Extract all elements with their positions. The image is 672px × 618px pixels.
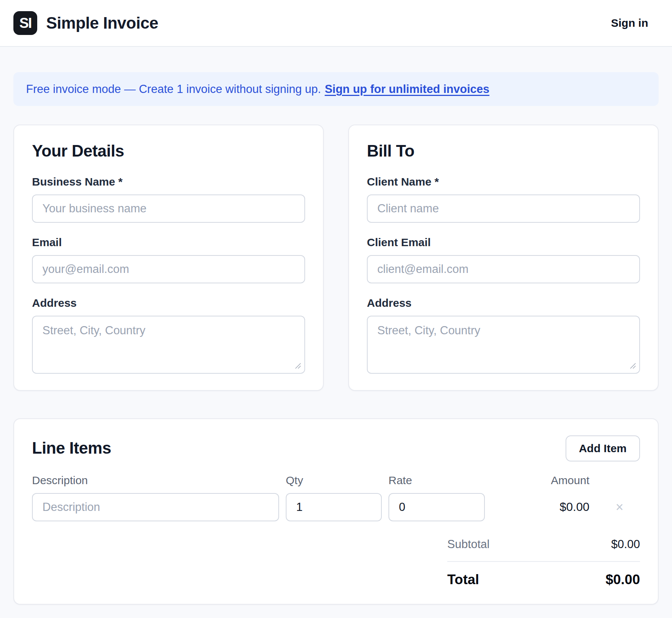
banner-message: Free invoice mode — Create 1 invoice wit…: [26, 83, 321, 96]
line-item-row: $0.00 ×: [32, 493, 640, 521]
client-name-field-group: Client Name *: [367, 176, 640, 223]
bill-to-card: Bill To Client Name * Client Email Addre…: [348, 125, 659, 391]
app-logo-icon: SI: [13, 11, 37, 35]
email-field-group: Email: [32, 236, 305, 283]
free-mode-banner: Free invoice mode — Create 1 invoice wit…: [13, 72, 659, 106]
client-name-label: Client Name *: [367, 176, 640, 188]
email-label: Email: [32, 236, 305, 249]
subtotal-row: Subtotal $0.00: [447, 538, 640, 551]
business-name-input[interactable]: [32, 194, 305, 223]
item-qty-input[interactable]: [286, 493, 382, 521]
rate-column-header: Rate: [388, 474, 485, 487]
subtotal-label: Subtotal: [447, 538, 490, 551]
add-item-button[interactable]: Add Item: [566, 435, 640, 461]
item-rate-input[interactable]: [388, 493, 485, 521]
client-email-input[interactable]: [367, 255, 640, 283]
resize-handle-icon[interactable]: [630, 363, 636, 369]
qty-column-header: Qty: [286, 474, 382, 487]
line-items-card: Line Items Add Item Description Qty Rate…: [13, 418, 659, 605]
client-email-field-group: Client Email: [367, 236, 640, 283]
total-label: Total: [447, 572, 479, 588]
total-value: $0.00: [605, 572, 640, 588]
sign-in-link[interactable]: Sign in: [611, 17, 648, 29]
line-items-title: Line Items: [32, 439, 111, 458]
sign-up-link[interactable]: Sign up for unlimited invoices: [325, 83, 490, 96]
client-address-textarea[interactable]: [367, 316, 640, 374]
brand: SI Simple Invoice: [13, 11, 158, 35]
app-header: SI Simple Invoice Sign in: [0, 0, 672, 47]
amount-column-header: Amount: [492, 474, 592, 487]
main-content: Free invoice mode — Create 1 invoice wit…: [0, 72, 672, 605]
your-details-card: Your Details Business Name * Email Addre…: [13, 125, 324, 391]
resize-handle-icon[interactable]: [295, 363, 301, 369]
bill-to-title: Bill To: [367, 142, 640, 161]
your-details-title: Your Details: [32, 142, 305, 161]
item-amount-value: $0.00: [492, 500, 592, 514]
total-row: Total $0.00: [447, 572, 640, 588]
client-email-label: Client Email: [367, 236, 640, 249]
client-name-input[interactable]: [367, 194, 640, 223]
business-name-field-group: Business Name *: [32, 176, 305, 223]
line-items-header: Line Items Add Item: [32, 435, 640, 461]
app-title: Simple Invoice: [46, 14, 158, 32]
client-address-field-group: Address: [367, 297, 640, 374]
business-name-label: Business Name *: [32, 176, 305, 188]
remove-item-icon[interactable]: ×: [615, 500, 623, 514]
description-column-header: Description: [32, 474, 279, 487]
address-textarea[interactable]: [32, 316, 305, 374]
subtotal-value: $0.00: [611, 538, 640, 551]
totals-block: Subtotal $0.00 Total $0.00: [447, 538, 640, 588]
logo-text: SI: [19, 15, 31, 31]
address-label: Address: [32, 297, 305, 309]
totals-divider: [447, 561, 640, 562]
client-address-label: Address: [367, 297, 640, 309]
email-input[interactable]: [32, 255, 305, 283]
details-cards-row: Your Details Business Name * Email Addre…: [13, 125, 659, 391]
address-field-group: Address: [32, 297, 305, 374]
item-description-input[interactable]: [32, 493, 279, 521]
line-items-column-headers: Description Qty Rate Amount: [32, 474, 640, 487]
